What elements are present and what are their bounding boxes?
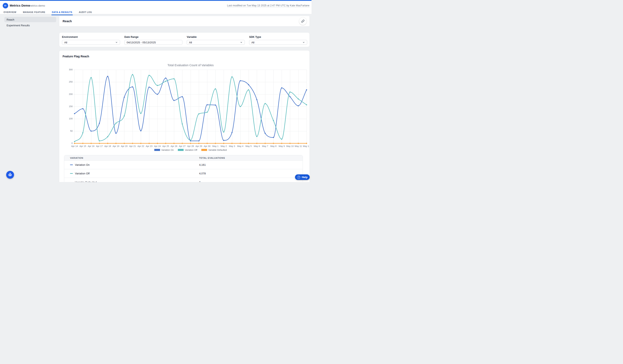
environment-select[interactable]: All	[62, 40, 120, 45]
feature-key: metrics-demo	[29, 4, 45, 7]
chart-card-title: Feature Flag Reach	[63, 55, 89, 58]
tab-overview[interactable]: OVERVIEW	[3, 10, 17, 15]
copy-link-button[interactable]	[299, 18, 307, 25]
help-button[interactable]: ? Help	[295, 174, 310, 180]
tab-bar: OVERVIEW MANAGE FEATURE DATA & RESULTS A…	[3, 10, 92, 15]
sidebar-item-experiment-results[interactable]: Experiment Results	[4, 23, 56, 28]
page-title: Reach	[63, 19, 72, 23]
variation-on-swatch	[70, 164, 73, 165]
variable-select[interactable]: All	[187, 40, 245, 45]
column-header-variation: VARIATION	[64, 157, 193, 159]
date-range-input[interactable]	[124, 40, 182, 45]
table-row: Variable Defaulted 0	[64, 178, 303, 182]
variable-defaulted-swatch	[70, 182, 73, 182]
chevron-down-icon	[240, 41, 243, 44]
feature-title: Metrics Demo	[10, 4, 30, 7]
link-icon	[301, 20, 305, 23]
sdk-type-select[interactable]: All	[249, 40, 307, 45]
arrow-left-icon	[4, 4, 7, 7]
row-value: 4,161	[193, 163, 303, 166]
row-label: Variable Defaulted	[75, 181, 97, 182]
environment-label: Environment	[62, 36, 120, 39]
reach-line-chart-canvas[interactable]	[68, 62, 309, 153]
sdk-type-label: SDK Type	[249, 36, 307, 39]
date-range-label: Date Range	[124, 36, 182, 39]
reach-header-card: Reach	[59, 16, 310, 26]
column-header-total-evaluations: TOTAL EVALUATIONS	[193, 157, 303, 159]
back-button[interactable]	[3, 3, 8, 8]
row-label: Variation Off	[75, 172, 89, 175]
help-button-label: Help	[302, 176, 307, 179]
sidebar-item-reach[interactable]: Reach	[4, 17, 56, 22]
variation-totals-table: VARIATION TOTAL EVALUATIONS Variation On…	[64, 155, 303, 182]
environment-value: All	[64, 41, 67, 44]
assistant-robot-button[interactable]	[6, 171, 14, 179]
filters-card: Environment All Date Range Variable All …	[59, 33, 310, 47]
tab-audit-log[interactable]: AUDIT LOG	[78, 10, 92, 15]
last-modified-text[interactable]: Last modified on Tue May 13 2025 at 2:47…	[227, 4, 310, 7]
variable-label: Variable	[187, 36, 245, 39]
feature-flag-reach-card: Feature Flag Reach VARIATION TOTAL EVALU…	[59, 51, 310, 182]
tab-data-and-results[interactable]: DATA & RESULTS	[51, 10, 73, 15]
row-label: Variation On	[75, 163, 89, 166]
row-value: 4,078	[193, 172, 303, 175]
robot-icon	[8, 173, 12, 177]
row-value: 0	[193, 181, 303, 182]
sdk-type-value: All	[251, 41, 254, 44]
chevron-down-icon	[302, 41, 305, 44]
variable-value: All	[189, 41, 192, 44]
question-mark-icon: ?	[297, 176, 300, 179]
variation-off-swatch	[70, 173, 73, 174]
table-header-row: VARIATION TOTAL EVALUATIONS	[64, 155, 303, 161]
tab-manage-feature[interactable]: MANAGE FEATURE	[22, 10, 46, 15]
chevron-down-icon	[115, 41, 118, 44]
table-row: Variation On 4,161	[64, 161, 303, 169]
app-header: Metrics Demo metrics-demo Last modified …	[0, 1, 312, 14]
table-row: Variation Off 4,078	[64, 169, 303, 178]
